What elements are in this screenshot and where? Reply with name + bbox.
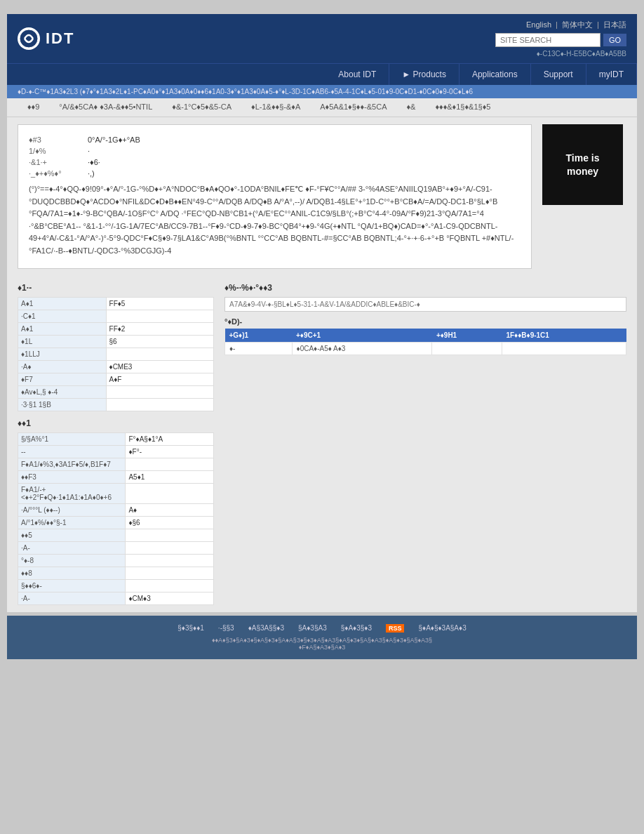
order-label: ·A- — [18, 541, 126, 554]
prop-value: ♦CME3 — [106, 360, 213, 373]
nav-applications[interactable]: Applications — [459, 64, 531, 85]
search-input[interactable] — [495, 33, 601, 47]
language-links[interactable]: English | 简体中文 | 日本語 — [526, 20, 626, 30]
order-value: A♦ — [126, 503, 214, 516]
advanced-search-link[interactable]: ♦-C13C♦-H-E5BC♦AB♦A5BB — [537, 50, 626, 58]
footer-link-6[interactable]: §♦A♦§♦3A§A♦3 — [418, 624, 466, 633]
cell-1: ♦- — [225, 342, 293, 355]
page-tab-6[interactable]: ♦& — [396, 98, 425, 117]
footer-rights: ♦F♦A§♦A3♦§A♦3 — [18, 644, 626, 651]
meta-label-1: ♦#3 — [29, 135, 85, 144]
svg-point-0 — [20, 29, 38, 48]
main-content: ♦#3 0°A/°-1G♦+°AB 1/♦% · ·&1·+ ·♦6· ·_♦+… — [7, 117, 637, 283]
prop-label: ·3·§1 1§B — [18, 398, 107, 411]
table-row: ♦1LLJ — [18, 348, 214, 360]
order-section: ♦♦1 §/§A%°1 F°♦A§♦1°A -- ♦F°- F♦A1/♦%3,♦… — [7, 418, 637, 612]
header: IDT English | 简体中文 | 日本語 GO ♦-C13C♦-H-E5… — [7, 14, 637, 63]
page-tab-1[interactable]: ♦♦9 — [18, 98, 49, 117]
order-value — [126, 541, 214, 554]
order-label: §♦♦6♦- — [18, 579, 126, 592]
prop-value — [106, 310, 213, 322]
order-label: ♦♦8 — [18, 567, 126, 579]
results-title: °♦D)- — [224, 317, 626, 326]
related-section: ♦%-·%♦·°♦♦3 °♦D)- +G♦)1 +♦9C+1 +♦9H1 1F♦… — [224, 283, 626, 411]
lang-english[interactable]: English — [526, 20, 551, 29]
prop-value: FF♦2 — [106, 322, 213, 335]
meta-value-4: ·,) — [88, 169, 521, 178]
ad-line1: Time is — [566, 152, 600, 164]
meta-value-2: · — [88, 147, 521, 155]
related-input[interactable] — [224, 297, 626, 312]
table-row: ♦♦F3 A5♦1 — [18, 470, 214, 483]
table-row: ·A/°°°L (♦♦--) A♦ — [18, 503, 214, 516]
table-row: A/°1♦%/♦♦°§-1 ♦§6 — [18, 516, 214, 529]
results-table: +G♦)1 +♦9C+1 +♦9H1 1F♦♦B♦9-1C1 ♦- ♦0CA♦-… — [224, 329, 626, 355]
page-tab-7[interactable]: ♦♦♦&♦1§♦&1§♦5 — [425, 98, 500, 117]
order-value — [126, 579, 214, 592]
page-tab-2[interactable]: °A/&♦5CA♦ ♦3A-&♦♦5•NTIL — [49, 98, 162, 117]
order-value: ♦F°- — [126, 445, 214, 458]
article-body: (°)°==♦-4°♦QQ-♦9!09°-♦°A/°-1G-°%D♦+°A°ND… — [29, 183, 521, 258]
order-value: ♦CM♦3 — [126, 592, 214, 604]
col-header-2: +♦9C+1 — [292, 329, 432, 343]
footer-link-2[interactable]: ·-§§3 — [218, 624, 234, 633]
prop-label: ♦Av♦L,§ ♦-4 — [18, 385, 107, 398]
prop-label: ♦1LLJ — [18, 348, 107, 360]
properties-section: ♦1·- A♦1 FF♦5 ·C♦1 A♦1 FF♦2 ♦1L §6 — [18, 283, 214, 411]
cell-2: ♦0CA♦-A5♦ A♦3 — [292, 342, 432, 355]
prop-value — [106, 385, 213, 398]
order-label: F♦A1/-+<♦+2°F♦Q♦·1♦1A1:♦1A♦0♦+6 — [18, 483, 126, 503]
nav-myidt[interactable]: myIDT — [586, 64, 637, 85]
table-header-row: +G♦)1 +♦9C+1 +♦9H1 1F♦♦B♦9-1C1 — [225, 329, 626, 343]
page-tab-4[interactable]: ♦L-1&♦♦§-&♦A — [241, 98, 310, 117]
table-row: A♦1 FF♦2 — [18, 322, 214, 335]
search-row: GO — [495, 33, 626, 47]
nav-products-arrow: ► — [402, 70, 412, 79]
lang-chinese[interactable]: 简体中文 — [562, 20, 593, 29]
table-row: ·A- — [18, 541, 214, 554]
nav-products[interactable]: ► Products — [389, 64, 459, 85]
prop-label: ·C♦1 — [18, 310, 107, 322]
order-value: F°♦A§♦1°A — [126, 432, 214, 445]
order-label: A/°1♦%/♦♦°§-1 — [18, 516, 126, 529]
footer-link-5[interactable]: §♦A♦3§♦3 — [341, 624, 372, 633]
logo-area: IDT — [18, 27, 74, 50]
order-label: F♦A1/♦%3,♦3A1F♦5/♦,B1F♦7 — [18, 458, 126, 470]
footer-copyright-text: ♦♦A♦§3♦§A♦3♦§♦A§♦3♦§A♦A§3♦§♦3♦A§♦A3§♦A§♦… — [18, 637, 626, 644]
cell-4 — [502, 342, 626, 355]
prop-label: A♦1 — [18, 322, 107, 335]
order-value: A5♦1 — [126, 470, 214, 483]
table-row: ♦♦8 — [18, 567, 214, 579]
nav-bar: About IDT ► Products Applications Suppor… — [7, 63, 637, 85]
footer-link-3[interactable]: ♦A§3A§§♦3 — [248, 624, 284, 633]
table-row: ·A- ♦CM♦3 — [18, 592, 214, 604]
search-button[interactable]: GO — [603, 34, 626, 46]
nav-about[interactable]: About IDT — [326, 64, 389, 85]
prop-label: ♦1L — [18, 335, 107, 348]
nav-support[interactable]: Support — [531, 64, 586, 85]
table-row: §♦♦6♦- — [18, 579, 214, 592]
page-tab-5[interactable]: A♦5A&1♦§♦♦-&5CA — [310, 98, 396, 117]
properties-table: A♦1 FF♦5 ·C♦1 A♦1 FF♦2 ♦1L §6 ♦1LLJ — [18, 297, 214, 411]
table-row: ♦♦5 — [18, 529, 214, 541]
cell-3 — [432, 342, 502, 355]
footer: §♦3§♦♦1 ·-§§3 ♦A§3A§§♦3 §A♦3§A3 §♦A♦3§♦3… — [7, 616, 637, 659]
footer-links: §♦3§♦♦1 ·-§§3 ♦A§3A§§♦3 §A♦3§A3 §♦A♦3§♦3… — [18, 624, 626, 633]
related-content: °♦D)- +G♦)1 +♦9C+1 +♦9H1 1F♦♦B♦9-1C1 ♦- — [224, 297, 626, 355]
footer-link-4[interactable]: §A♦3§A3 — [298, 624, 327, 633]
footer-link-1[interactable]: §♦3§♦♦1 — [177, 624, 204, 633]
breadcrumb: ♦D-♦-C™♦1A3♦2L3 (♦7♦°♦1A3♦2L♦1-PC♦A0♦°♦1… — [7, 85, 637, 98]
lang-japanese[interactable]: 日本語 — [603, 20, 626, 29]
table-row: ♦- ♦0CA♦-A5♦ A♦3 — [225, 342, 626, 355]
table-row: °♦-8 — [18, 554, 214, 567]
col-header-4: 1F♦♦B♦9-1C1 — [502, 329, 626, 343]
meta-label-3: ·&1·+ — [29, 158, 85, 166]
order-label: ♦♦5 — [18, 529, 126, 541]
prop-label: ♦F7 — [18, 373, 107, 385]
prop-value: A♦F — [106, 373, 213, 385]
order-table: §/§A%°1 F°♦A§♦1°A -- ♦F°- F♦A1/♦%3,♦3A1F… — [18, 432, 214, 605]
col-header-3: +♦9H1 — [432, 329, 502, 343]
prop-value: FF♦5 — [106, 297, 213, 310]
page-tab-3[interactable]: ♦&-1°C♦5♦&5-CA — [162, 98, 241, 117]
order-value — [126, 458, 214, 470]
